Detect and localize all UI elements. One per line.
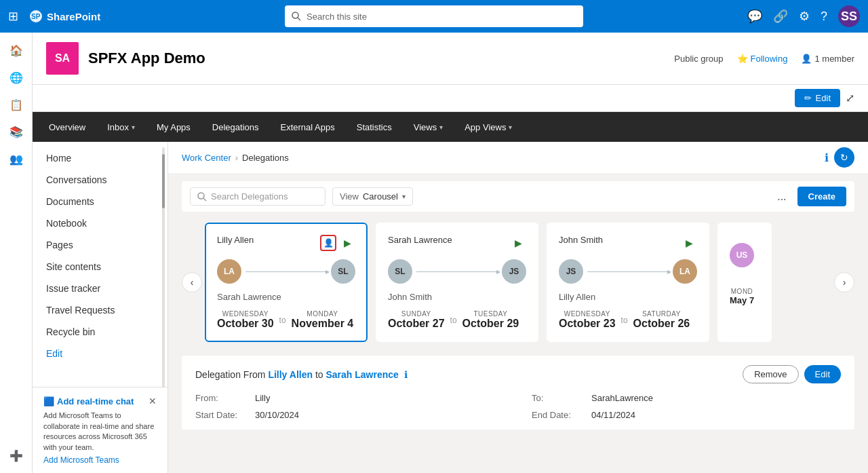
people-icon-btn[interactable]: 👥	[4, 147, 28, 171]
to-field-label: To:	[532, 393, 586, 403]
top-navigation-bar: ⊞ SP SharePoint Search this site 💬 🔗 ⚙ ?…	[0, 0, 868, 33]
remove-button[interactable]: Remove	[743, 365, 798, 383]
expand-button[interactable]: ⤢	[846, 92, 854, 105]
sharepoint-logo[interactable]: SP SharePoint	[29, 10, 100, 23]
sidebar-item-edit[interactable]: Edit	[33, 343, 167, 364]
site-area: SA SPFX App Demo Public group ⭐ Followin…	[33, 33, 868, 473]
card-1-dates: WEDNESDAY October 30 to MONDAY November …	[217, 310, 355, 330]
members-button[interactable]: 👤 1 member	[801, 54, 854, 64]
tab-inbox[interactable]: Inbox▾	[96, 112, 146, 142]
view-selector[interactable]: View Carousel ▾	[332, 187, 413, 206]
views-chevron: ▾	[439, 124, 443, 131]
view-value: Carousel	[363, 191, 398, 202]
card-3-from-name: John Smith	[559, 235, 603, 245]
create-button[interactable]: Create	[797, 187, 846, 206]
delegation-search-input[interactable]: Search Delegations	[190, 187, 326, 206]
sidebar-item-conversations[interactable]: Conversations	[33, 169, 167, 191]
help-icon[interactable]: ?	[821, 10, 827, 24]
feed-icon-btn[interactable]: 📋	[4, 92, 28, 117]
tab-my-apps[interactable]: My Apps	[146, 112, 201, 142]
tab-views[interactable]: Views▾	[403, 112, 454, 142]
sidebar-item-recycle-bin[interactable]: Recycle bin	[33, 321, 167, 343]
card-3-start-date: WEDNESDAY October 23	[559, 310, 616, 330]
delegation-card-3[interactable]: John Smith ▶ JS LA L	[547, 223, 709, 342]
chat-icon[interactable]: 💬	[747, 9, 762, 24]
breadcrumb-icons: ℹ ↻	[825, 147, 854, 168]
left-icon-bar: 🏠 🌐 📋 📚 👥 ➕	[0, 33, 33, 473]
detail-action-buttons: Remove Edit	[743, 365, 841, 383]
sidebar-item-notebook[interactable]: Notebook	[33, 212, 167, 234]
card-1-person-icon[interactable]: 👤	[320, 235, 336, 251]
delegation-card-1[interactable]: Lilly Allen 👤 ▶ LA SL	[205, 223, 368, 342]
to-field-value: SarahLawrence	[591, 393, 653, 403]
sidebar-item-home[interactable]: Home	[33, 147, 167, 169]
carousel-prev-button[interactable]: ‹	[182, 272, 202, 292]
card-3-play-icon[interactable]: ▶	[681, 235, 697, 251]
sharepoint-icon: SP	[29, 10, 43, 23]
sidebar-item-pages[interactable]: Pages	[33, 234, 167, 256]
card-2-to-connector: to	[450, 316, 457, 325]
card-2-play-icon[interactable]: ▶	[510, 235, 526, 251]
detail-start-date-field: Start Date: 30/10/2024	[195, 410, 505, 420]
site-title: SPFX App Demo	[88, 50, 205, 67]
detail-info-icon[interactable]: ℹ	[404, 369, 408, 380]
breadcrumb: Work Center › Delegations	[182, 153, 289, 163]
tab-external-apps[interactable]: External Apps	[270, 112, 346, 142]
network-icon[interactable]: 🔗	[773, 9, 788, 24]
tab-delegations[interactable]: Delegations	[201, 112, 270, 142]
teams-promo-close[interactable]: ✕	[149, 396, 157, 406]
grid-icon[interactable]: ⊞	[8, 9, 18, 24]
refresh-button[interactable]: ↻	[834, 147, 854, 168]
svg-line-3	[298, 18, 300, 20]
detail-title: Delegation From Lilly Allen to Sarah Law…	[195, 369, 408, 380]
library-icon-btn[interactable]: 📚	[4, 119, 28, 144]
teams-promo-panel: 🟦 Add real-time chat ✕ Add Microsoft Tea…	[33, 387, 167, 473]
delegation-card-2[interactable]: Sarah Lawrence ▶ SL JS	[376, 223, 538, 342]
card-2-arrow-row: SL JS	[388, 259, 526, 284]
card-3-dates: WEDNESDAY October 23 to SATURDAY October…	[559, 310, 697, 330]
tab-overview[interactable]: Overview	[38, 112, 96, 142]
edit-page-button[interactable]: ✏ Edit	[795, 89, 840, 107]
tab-app-views[interactable]: App Views▾	[454, 112, 523, 142]
search-delegations-icon	[197, 192, 207, 202]
user-avatar[interactable]: SS	[838, 5, 860, 27]
home-icon-btn[interactable]: 🏠	[4, 38, 28, 62]
nav-tabs: Overview Inbox▾ My Apps Delegations Exte…	[33, 112, 868, 142]
following-button[interactable]: ⭐ Following	[737, 54, 788, 64]
carousel-chevron: ▾	[402, 193, 406, 200]
card-2-from-name: Sarah Lawrence	[388, 235, 452, 245]
globe-icon-btn[interactable]: 🌐	[4, 65, 28, 90]
sidebar-item-site-contents[interactable]: Site contents	[33, 256, 167, 278]
from-field-label: From:	[195, 393, 250, 403]
sidebar-item-documents[interactable]: Documents	[33, 191, 167, 212]
settings-icon[interactable]: ⚙	[799, 9, 810, 24]
card-1-end-date: MONDAY November 4	[292, 310, 354, 330]
teams-promo-link[interactable]: Add Microsoft Teams	[43, 455, 157, 465]
search-bar[interactable]: Search this site	[285, 5, 583, 27]
carousel-next-button[interactable]: ›	[834, 272, 854, 292]
delegation-card-4[interactable]: US MOND May 7	[717, 223, 772, 342]
more-options-button[interactable]: ...	[772, 188, 791, 206]
svg-line-5	[203, 198, 206, 201]
detail-edit-button[interactable]: Edit	[804, 365, 841, 383]
tab-statistics[interactable]: Statistics	[346, 112, 403, 142]
add-icon-btn[interactable]: ➕	[4, 443, 28, 468]
card-3-icons: ▶	[681, 235, 697, 251]
card-4-from-avatar: US	[730, 243, 754, 267]
breadcrumb-separator: ›	[235, 153, 238, 163]
search-placeholder: Search this site	[307, 12, 367, 22]
pencil-icon: ✏	[804, 93, 812, 103]
card-2-icons: ▶	[510, 235, 526, 251]
breadcrumb-work-center[interactable]: Work Center	[182, 153, 231, 163]
sidebar-item-issue-tracker[interactable]: Issue tracker	[33, 278, 167, 299]
card-1-arrow	[245, 271, 327, 272]
from-field-value: Lilly	[255, 393, 270, 403]
breadcrumb-current: Delegations	[242, 153, 289, 163]
edit-toolbar: ✏ Edit ⤢	[33, 85, 868, 112]
sidebar-item-travel-requests[interactable]: Travel Requests	[33, 299, 167, 321]
card-1-play-icon[interactable]: ▶	[339, 235, 355, 251]
svg-point-4	[198, 193, 204, 199]
info-icon[interactable]: ℹ	[825, 151, 829, 164]
site-header-right: Public group ⭐ Following 👤 1 member	[674, 54, 854, 64]
card-1-to-name: Sarah Lawrence	[217, 292, 355, 302]
